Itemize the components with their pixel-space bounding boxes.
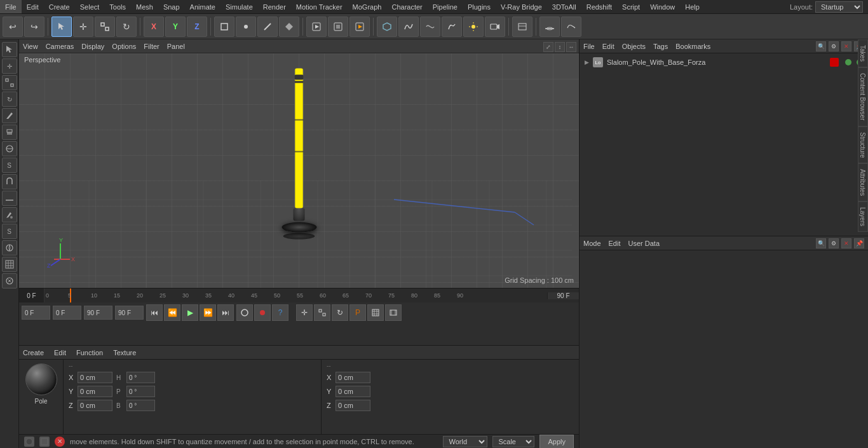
attr-settings-icon[interactable]: ⚙ [829,238,839,248]
edge-mode-button[interactable] [257,17,278,37]
attr-menu-user-data[interactable]: User Data [628,240,660,247]
sidebar-loop-btn[interactable] [2,141,17,156]
attr-close-icon[interactable]: ✕ [841,238,851,248]
menu-vray[interactable]: V-Ray Bridge [496,0,547,13]
layout-dropdown[interactable]: Startup Standard [815,1,863,13]
object-visibility-dot[interactable] [845,59,851,65]
tab-content-browser[interactable]: Content Browser [858,67,868,126]
render-button[interactable] [349,17,370,37]
attr-pin-icon[interactable]: 📌 [854,238,864,248]
camera-toolbar-button[interactable] [485,17,505,37]
record-button[interactable] [236,304,253,321]
sidebar-snap-btn[interactable]: S [2,158,17,173]
tab-structure[interactable]: Structure [858,126,868,164]
sidebar-knife-btn[interactable] [2,108,17,123]
menu-tools[interactable]: Tools [104,0,131,13]
size-x-input[interactable] [336,372,370,383]
timeline-ruler-track[interactable]: 0 5 10 15 20 25 30 35 40 45 50 55 60 65 [44,288,547,302]
sidebar-select-btn[interactable] [2,42,17,57]
object-item-slalom[interactable]: ▶ Lo Slalom_Pole_With_Base_Forza [582,56,865,69]
status-icon-2[interactable] [39,437,50,447]
menu-3dtoall[interactable]: 3DToAll [547,0,581,13]
material-ball[interactable] [25,363,57,395]
status-icon-1[interactable] [24,437,34,447]
next-frame-button[interactable]: ⏩ [200,304,216,321]
sidebar-paint-btn[interactable] [2,207,17,222]
obj-menu-tags[interactable]: Tags [653,43,668,50]
bottom-menu-function[interactable]: Function [76,349,103,356]
redo-button[interactable]: ↪ [24,17,44,37]
deformer-button[interactable] [442,17,462,37]
light-button[interactable] [463,17,484,37]
skip-end-button[interactable]: ⏭ [217,304,234,321]
viewport-menu-view[interactable]: View [23,43,38,50]
sidebar-magnet2-btn[interactable] [2,273,17,288]
viewport-menu-filter[interactable]: Filter [144,43,159,50]
size-z-input[interactable] [336,400,370,411]
menu-mesh[interactable]: Mesh [131,0,158,13]
timeline-start-input[interactable] [22,306,50,320]
move-tool-button[interactable]: ✛ [73,17,93,37]
menu-script[interactable]: Script [617,0,645,13]
sidebar-move-btn[interactable]: ✛ [2,58,17,74]
apply-button[interactable]: Apply [539,435,574,449]
vp-split-h-btn[interactable]: ↕ [555,42,565,52]
menu-pipeline[interactable]: Pipeline [428,0,463,13]
obj-menu-bookmarks[interactable]: Bookmarks [675,43,710,50]
skip-start-button[interactable]: ⏮ [146,304,163,321]
world-selector[interactable]: World Object Camera [443,436,487,447]
vp-expand-btn[interactable]: ⤢ [543,42,553,52]
menu-edit[interactable]: Edit [22,0,44,13]
menu-select[interactable]: Select [75,0,105,13]
spline-button[interactable] [398,17,419,37]
viewport-menu-cameras[interactable]: Cameras [46,43,74,50]
menu-plugins[interactable]: Plugins [463,0,496,13]
b-rotation-input[interactable] [126,400,155,411]
play-button[interactable]: ▶ [182,304,198,321]
tab-layers[interactable]: Layers [858,201,868,232]
floor-button[interactable] [539,17,560,37]
sky-button[interactable] [561,17,581,37]
transform-move-btn[interactable]: ✛ [296,304,313,321]
sidebar-grid-btn[interactable] [2,257,17,272]
tab-attributes[interactable]: Attributes [858,163,868,201]
menu-redshift[interactable]: Redshift [581,0,617,13]
render-strip-btn[interactable] [385,304,402,321]
transform-grid-btn[interactable] [367,304,384,321]
point-mode-button[interactable] [236,17,256,37]
sidebar-floor-btn[interactable] [2,191,17,206]
menu-simulate[interactable]: Simulate [220,0,258,13]
rotate-tool-button[interactable]: ↻ [116,17,137,37]
menu-animate[interactable]: Animate [185,0,220,13]
sidebar-magnet-btn[interactable] [2,174,17,189]
select-tool-button[interactable] [51,17,72,37]
polygon-mode-button[interactable] [279,17,299,37]
x-axis-button[interactable]: X [144,17,164,37]
viewport-canvas[interactable]: .grid-h { stroke: #666; stroke-width: 0.… [19,53,579,288]
status-icon-3[interactable]: ✕ [55,437,65,447]
transform-p-btn[interactable]: P [349,304,366,321]
menu-character[interactable]: Character [386,0,427,13]
viewport-menu-options[interactable]: Options [112,43,136,50]
p-rotation-input[interactable] [126,386,155,397]
menu-help[interactable]: Help [680,0,705,13]
z-position-input[interactable] [78,400,112,411]
sidebar-material-btn[interactable]: S [2,224,17,239]
transform-scale-btn[interactable] [314,304,330,321]
render-region-button[interactable] [328,17,348,37]
menu-motion-tracker[interactable]: Motion Tracker [291,0,348,13]
object-color-swatch[interactable] [830,58,839,67]
prev-frame-button[interactable]: ⏪ [164,304,180,321]
x-position-input[interactable] [78,372,112,383]
transform-rotate-btn[interactable]: ↻ [332,304,348,321]
bottom-menu-create[interactable]: Create [23,349,44,356]
sidebar-scale-btn[interactable] [2,75,17,90]
menu-window[interactable]: Window [645,0,680,13]
menu-file[interactable]: File [0,0,22,13]
render-view-button[interactable] [306,17,327,37]
y-axis-button[interactable]: Y [165,17,186,37]
menu-create[interactable]: Create [44,0,75,13]
attr-menu-mode[interactable]: Mode [583,240,601,247]
attr-menu-edit[interactable]: Edit [609,240,621,247]
scale-tool-button[interactable] [95,17,115,37]
